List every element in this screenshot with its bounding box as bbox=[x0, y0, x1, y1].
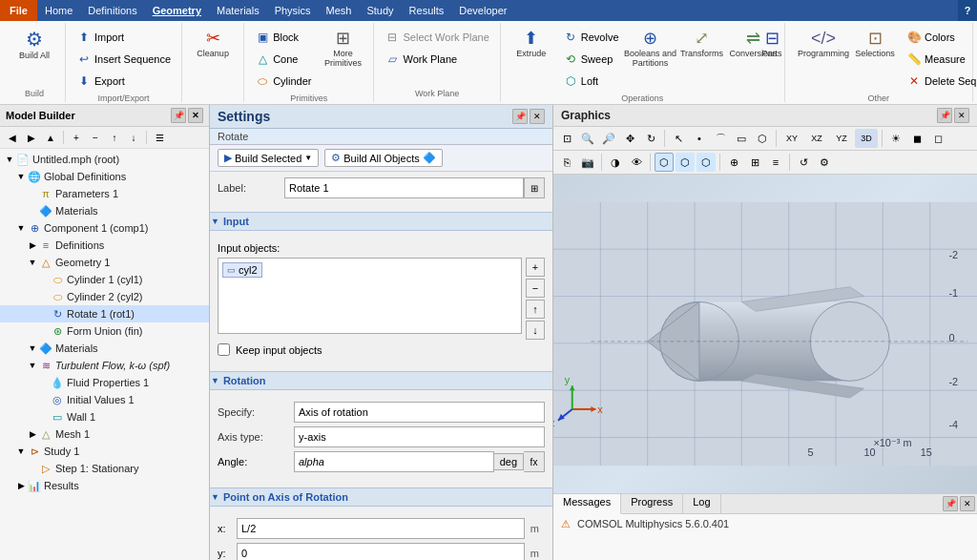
tree-cyl2[interactable]: ⬭ Cylinder 2 (cyl2) bbox=[0, 288, 209, 305]
x-coord-input[interactable] bbox=[237, 518, 525, 539]
g-surface-btn[interactable]: ▭ bbox=[732, 129, 751, 148]
menu-materials[interactable]: Materials bbox=[209, 2, 267, 19]
g-zoom-out-btn[interactable]: 🔎 bbox=[599, 129, 618, 148]
tree-global-defs[interactable]: ▼ 🌐 Global Definitions bbox=[0, 168, 209, 185]
msg-pin-btn[interactable]: 📌 bbox=[943, 496, 958, 511]
menu-home[interactable]: Home bbox=[37, 2, 80, 19]
tree-turbulent[interactable]: ▼ ≋ Turbulent Flow, k-ω (spf) bbox=[0, 357, 209, 374]
menu-results[interactable]: Results bbox=[402, 2, 452, 19]
g-hide-btn[interactable]: 👁 bbox=[627, 153, 646, 172]
booleans-button[interactable]: ⊕ Booleans and Partitions bbox=[626, 27, 676, 71]
tree-definitions[interactable]: ▶ ≡ Definitions bbox=[0, 237, 209, 254]
tree-wall1[interactable]: ▭ Wall 1 bbox=[0, 408, 209, 425]
tree-step1[interactable]: ▷ Step 1: Stationary bbox=[0, 460, 209, 477]
menu-definitions[interactable]: Definitions bbox=[80, 2, 144, 19]
g-render-btn[interactable]: ◼ bbox=[907, 129, 926, 148]
menu-physics[interactable]: Physics bbox=[267, 2, 319, 19]
specify-select[interactable]: Axis of rotation bbox=[294, 402, 545, 423]
nav-back-btn[interactable]: ◀ bbox=[4, 129, 21, 146]
tree-rotate1[interactable]: ↻ Rotate 1 (rot1) bbox=[0, 305, 209, 322]
graphics-pin-btn[interactable]: 📌 bbox=[937, 108, 952, 123]
sweep-button[interactable]: ⟲ Sweep bbox=[558, 49, 624, 70]
tree-component1[interactable]: ▼ ⊕ Component 1 (comp1) bbox=[0, 219, 209, 237]
build-all-button[interactable]: ⚙ Build All bbox=[10, 27, 59, 63]
build-selected-btn[interactable]: ▶ Build Selected ▼ bbox=[218, 149, 319, 167]
select-work-plane-button[interactable]: ⊟ Select Work Plane bbox=[380, 27, 493, 48]
g-highlight2-btn[interactable]: ⬡ bbox=[676, 153, 695, 172]
programming-button[interactable]: </> Programming bbox=[799, 27, 848, 61]
g-view-yz-btn[interactable]: YZ bbox=[830, 129, 853, 148]
build-all-objects-btn[interactable]: ⚙ Build All Objects 🔷 bbox=[324, 149, 442, 167]
move-dn-btn[interactable]: ↓ bbox=[125, 129, 142, 146]
label-btn[interactable]: ⊞ bbox=[524, 177, 545, 198]
keep-input-checkbox[interactable] bbox=[218, 343, 230, 356]
tab-messages[interactable]: Messages bbox=[553, 494, 621, 514]
dn-input-btn[interactable]: ↓ bbox=[526, 321, 545, 340]
g-highlight3-btn[interactable]: ⬡ bbox=[696, 153, 716, 172]
rotation-section-header[interactable]: ▼ Rotation bbox=[210, 371, 552, 390]
panel-close-btn[interactable]: ✕ bbox=[188, 108, 203, 123]
angle-function-btn[interactable]: fx bbox=[524, 451, 545, 472]
msg-close-btn[interactable]: ✕ bbox=[960, 496, 975, 511]
graphics-close-btn[interactable]: ✕ bbox=[954, 108, 969, 123]
menu-developer[interactable]: Developer bbox=[451, 2, 514, 19]
g-view-xy-btn[interactable]: XY bbox=[780, 129, 803, 148]
g-reset-btn[interactable]: ↺ bbox=[794, 153, 813, 172]
tree-fluid-props[interactable]: 💧 Fluid Properties 1 bbox=[0, 374, 209, 391]
measure-button[interactable]: 📏 Measure bbox=[902, 49, 977, 70]
point-section-header[interactable]: ▼ Point on Axis of Rotation bbox=[210, 487, 552, 507]
g-scene-light-btn[interactable]: ☀ bbox=[886, 129, 905, 148]
tree-results[interactable]: ▶ 📊 Results bbox=[0, 477, 209, 494]
tab-log[interactable]: Log bbox=[683, 494, 720, 513]
tree-study1[interactable]: ▼ ⊳ Study 1 bbox=[0, 443, 209, 460]
g-axis-btn[interactable]: ⊕ bbox=[724, 153, 743, 172]
tree-root[interactable]: ▼ 📄 Untitled.mph (root) bbox=[0, 151, 209, 168]
g-copy-btn[interactable]: ⎘ bbox=[557, 153, 576, 172]
delete-sequence-button[interactable]: ✕ Delete Sequence bbox=[902, 71, 977, 92]
tree-cyl1[interactable]: ⬭ Cylinder 1 (cyl1) bbox=[0, 271, 209, 288]
settings-close-btn[interactable]: ✕ bbox=[530, 109, 545, 124]
tree-geometry1[interactable]: ▼ △ Geometry 1 bbox=[0, 254, 209, 271]
work-plane-button[interactable]: ▱ Work Plane bbox=[380, 49, 493, 70]
build-selected-dd[interactable]: ▼ bbox=[304, 154, 312, 162]
transforms-button[interactable]: ⤢ Transforms bbox=[677, 27, 727, 61]
g-rotate-btn[interactable]: ↻ bbox=[641, 129, 660, 148]
panel-pin-btn[interactable]: 📌 bbox=[171, 108, 186, 123]
move-up-btn[interactable]: ↑ bbox=[106, 129, 123, 146]
settings-pin-btn[interactable]: 📌 bbox=[512, 109, 528, 124]
g-select-btn[interactable]: ↖ bbox=[669, 129, 688, 148]
remove-input-btn[interactable]: − bbox=[526, 279, 545, 298]
graphics-canvas[interactable]: -2 -1 0 -2 -4 5 10 15 ×10⁻³ m x y bbox=[553, 175, 977, 493]
specify-wrapper[interactable]: Axis of rotation bbox=[294, 402, 545, 423]
more-primitives-button[interactable]: ⊞ More Primitives bbox=[318, 27, 367, 71]
axis-type-select[interactable]: y-axis bbox=[294, 426, 545, 447]
g-wireframe-btn[interactable]: ◻ bbox=[928, 129, 947, 148]
loft-button[interactable]: ⬡ Loft bbox=[558, 71, 624, 92]
cylinder-button[interactable]: ⬭ Cylinder bbox=[250, 71, 316, 92]
tree-materials2[interactable]: ▼ 🔷 Materials bbox=[0, 340, 209, 357]
menu-geometry[interactable]: Geometry bbox=[145, 2, 209, 19]
insert-sequence-button[interactable]: ↩ Insert Sequence bbox=[72, 49, 176, 70]
g-zoom-in-btn[interactable]: 🔍 bbox=[578, 129, 597, 148]
g-snapshot-btn[interactable]: 📷 bbox=[578, 153, 597, 172]
nav-up-btn[interactable]: ▲ bbox=[42, 129, 59, 146]
g-grid-btn[interactable]: ⊞ bbox=[745, 153, 764, 172]
cone-button[interactable]: △ Cone bbox=[250, 49, 316, 70]
extrude-button[interactable]: ⬆ Extrude bbox=[507, 27, 556, 61]
label-input[interactable] bbox=[284, 177, 524, 198]
g-highlight-btn[interactable]: ⬡ bbox=[655, 153, 674, 172]
g-view-3d-btn[interactable]: 3D bbox=[855, 129, 878, 148]
revolve-button[interactable]: ↻ Revolve bbox=[558, 27, 624, 48]
file-menu[interactable]: File bbox=[0, 0, 37, 21]
g-edge-btn[interactable]: ⌒ bbox=[711, 129, 730, 148]
import-button[interactable]: ⬆ Import bbox=[72, 27, 176, 48]
block-button[interactable]: ▣ Block bbox=[250, 27, 316, 48]
input-section-header[interactable]: ▼ Input bbox=[210, 212, 552, 231]
axis-wrapper[interactable]: y-axis bbox=[294, 426, 545, 447]
show-used-btn[interactable]: ☰ bbox=[151, 129, 168, 146]
tree-initial-values[interactable]: ◎ Initial Values 1 bbox=[0, 391, 209, 408]
tree-parameters[interactable]: π Parameters 1 bbox=[0, 185, 209, 202]
add-node-btn[interactable]: + bbox=[68, 129, 85, 146]
up-input-btn[interactable]: ↑ bbox=[526, 300, 545, 319]
menu-mesh[interactable]: Mesh bbox=[319, 2, 360, 19]
